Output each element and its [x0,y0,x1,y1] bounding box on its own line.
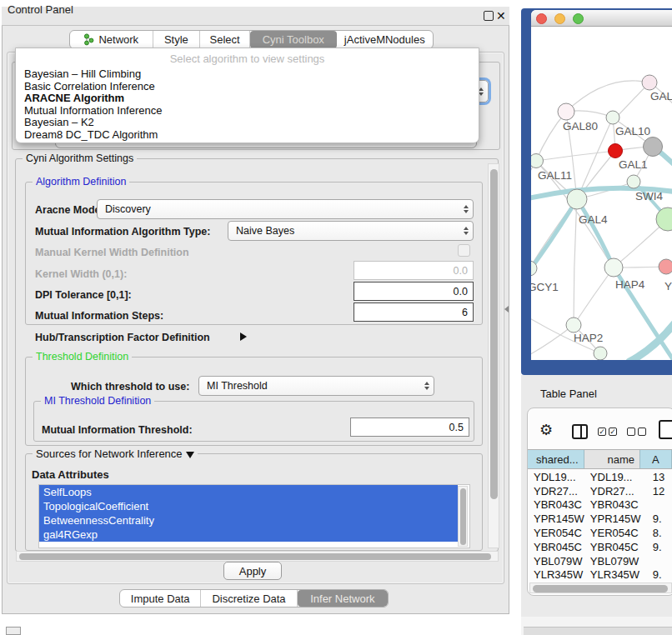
dropdown-item-mutual-information-inference[interactable]: Mutual Information Inference [16,105,479,118]
settings-horizontal-scrollbar[interactable] [16,551,499,562]
dropdown-item-bayesian-k2[interactable]: Bayesian – K2 [16,117,479,129]
table-cell: YDL19... [528,471,584,483]
mini-panel-icon[interactable] [6,627,21,635]
column-header-name[interactable]: name [584,450,641,468]
mi-steps-field[interactable]: 6 [354,302,474,322]
attribute-item[interactable]: SelfLoops [39,485,458,499]
tab-discretize-data[interactable]: Discretize Data [201,590,297,607]
tab-style[interactable]: Style [153,31,201,48]
network-edge [536,151,615,161]
network-node-gal80[interactable] [558,103,574,120]
dpi-tolerance-field[interactable]: 0.0 [354,282,474,301]
function-builder-icon[interactable] [659,420,672,439]
dropdown-item-basic-correlation-inference[interactable]: Basic Correlation Inference [16,81,479,93]
settings-group-title: Cyni Algorithm Settings [23,152,137,164]
hub-section-label[interactable]: Hub/Transcription Factor Definition [35,332,210,343]
mi-type-label: Mutual Information Algorithm Type: [35,226,210,238]
aracne-mode-label: Aracne Mode: [35,204,104,216]
scrollbar-thumb[interactable] [460,488,466,545]
mi-threshold-label: Mutual Information Threshold: [42,424,193,436]
table-cell: YPR145W [584,512,641,525]
tab-cyni-toolbox[interactable]: Cyni Toolbox [250,31,337,48]
combo-arrows-icon [464,227,469,235]
table-row[interactable]: YBL079WYBL079W [528,554,672,568]
network-node-gal10[interactable] [606,111,619,124]
network-node-swi4[interactable] [627,175,640,188]
network-node-label: GAL8 [650,90,672,102]
table-horizontal-scrollbar[interactable] [529,582,672,593]
table-row[interactable]: YLR345WYLR345W9. [528,568,672,582]
columns-icon[interactable] [572,424,588,439]
manual-kernel-checkbox[interactable] [458,244,470,257]
network-node[interactable] [594,347,607,360]
table-row[interactable]: YER054CYER054C8. [528,526,672,540]
tab-jactivemnodules[interactable]: jActiveMNodules [337,31,433,48]
table-row[interactable]: YDL19...YDL19...13 [528,470,672,484]
scrollbar-thumb[interactable] [19,553,491,560]
tab-label: Style [164,33,188,46]
network-node-label: Y [664,280,672,292]
minimize-traffic-light-icon[interactable] [554,13,565,24]
table-row[interactable]: YPR145WYPR145W9. [528,512,672,526]
deselect-all-icon[interactable] [627,428,646,436]
dropdown-item-bayesian-hill-climbing[interactable]: Bayesian – Hill Climbing [16,68,479,81]
attribute-item[interactable]: gal4RGexp [39,528,458,542]
table-row[interactable]: YBR043CYBR043C [528,498,672,512]
float-window-icon[interactable] [484,11,494,21]
network-node-gal4[interactable] [567,189,587,209]
dropdown-item-aracne-algorithm[interactable]: ARACNE Algorithm [16,92,479,105]
tab-infer-network[interactable]: Infer Network [298,590,388,607]
manual-kernel-label: Manual Kernel Width Definition [35,247,189,258]
network-node-hap2[interactable] [566,318,581,332]
scrollbar-thumb[interactable] [490,169,498,499]
table-cell: 12 [641,485,672,498]
select-all-icon[interactable]: ✓✓ [598,428,617,436]
network-node-label: GAL1 [619,158,648,171]
column-header-a[interactable]: A [640,450,672,468]
close-icon[interactable]: ✕ [496,9,506,22]
mi-threshold-field[interactable]: 0.5 [350,418,469,437]
apply-button[interactable]: Apply [223,562,282,580]
dropdown-item-dream8-dc-tdc-algorithm[interactable]: Dream8 DC_TDC Algorithm [16,129,479,142]
table-cell: YBL079W [528,555,584,568]
gear-icon[interactable]: ⚙ [539,421,553,439]
scrollbar-thumb[interactable] [533,585,668,592]
table-cell: YER054C [584,527,641,539]
settings-vertical-scrollbar[interactable] [488,163,499,548]
control-panel-tabbar: NetworkStyleSelectCyni ToolboxjActiveMNo… [69,30,434,49]
splitter-collapse-icon[interactable] [504,306,509,312]
tab-select[interactable]: Select [200,31,250,48]
dpi-tolerance-label: DPI Tolerance [0,1]: [35,289,132,301]
network-edge-thick [531,199,577,275]
which-threshold-combo[interactable]: MI Threshold [198,376,434,396]
expand-right-icon[interactable] [240,332,247,341]
column-header-shared-[interactable]: shared... [528,450,584,468]
network-node-hap4[interactable] [604,258,623,277]
network-node-y[interactable] [659,259,672,274]
attribute-item[interactable]: BetweennessCentrality [39,513,458,528]
network-node-gal11[interactable] [531,154,544,168]
tab-network[interactable]: Network [70,31,153,48]
kernel-width-field[interactable]: 0.0 [354,261,474,280]
data-attributes-list[interactable]: SelfLoopsTopologicalCoefficientBetweenne… [38,484,470,548]
zoom-traffic-light-icon[interactable] [573,13,584,24]
table-cell: YBL079W [584,555,641,568]
mi-type-combo[interactable]: Naive Bayes [228,221,474,241]
table-row[interactable]: YBR045CYBR045C9. [528,540,672,554]
tab-label: Cyni Toolbox [263,33,324,46]
attribute-item[interactable]: TopologicalCoefficient [39,499,458,513]
aracne-mode-combo[interactable]: Discovery [97,199,474,219]
sources-title[interactable]: Sources for Network Inference [33,448,198,460]
tab-impute-data[interactable]: Impute Data [120,590,201,607]
tab-label: Select [210,33,240,46]
network-node-gal1[interactable] [609,144,623,158]
network-canvas[interactable]: GAL8GAL80GAL10GAL1GAL11SWI4GAL4GCY1HAP4Y… [531,27,672,360]
network-node[interactable] [642,75,657,90]
network-node[interactable] [644,138,663,157]
network-node-label: GAL10 [615,125,650,138]
table-row[interactable]: YDR27...YDR27...12 [528,484,672,498]
collapse-down-icon[interactable] [186,452,194,458]
attributes-list-scrollbar[interactable] [458,486,468,547]
table-cell: 9. [641,541,672,553]
close-traffic-light-icon[interactable] [536,13,547,24]
